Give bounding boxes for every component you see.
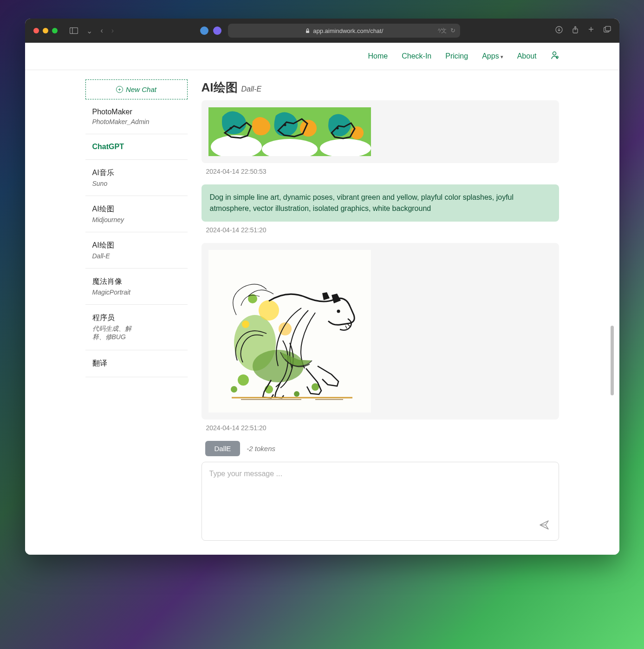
prompt-message: Dog in simple line art, dynamic poses, v… bbox=[202, 184, 559, 222]
traffic-lights bbox=[33, 28, 58, 33]
sidebar-item-programmer[interactable]: 程序员 代码生成、解释、修BUG bbox=[85, 305, 188, 350]
sidebar-item-photomaker[interactable]: PhotoMaker PhotoMaker_Admin bbox=[85, 99, 188, 134]
share-icon[interactable] bbox=[572, 26, 579, 35]
nav-apps[interactable]: Apps bbox=[482, 52, 503, 60]
forward-button: › bbox=[111, 26, 114, 35]
generated-image-2[interactable] bbox=[208, 250, 371, 413]
sidebar-chevron-icon[interactable]: ⌄ bbox=[86, 26, 92, 35]
generated-image-1[interactable] bbox=[208, 107, 371, 156]
close-window-button[interactable] bbox=[33, 28, 39, 33]
reload-icon[interactable]: ↻ bbox=[450, 27, 455, 35]
downloads-icon[interactable] bbox=[555, 26, 563, 35]
sidebar-item-sub: PhotoMaker_Admin bbox=[92, 118, 181, 125]
svg-point-27 bbox=[259, 300, 279, 321]
svg-point-21 bbox=[238, 374, 249, 386]
top-nav: Home Check-In Pricing Apps About bbox=[25, 43, 619, 70]
sidebar-item-sub: 代码生成、解释、修BUG bbox=[92, 325, 134, 341]
new-tab-icon[interactable] bbox=[588, 26, 594, 35]
plus-icon: + bbox=[116, 86, 123, 93]
send-icon[interactable] bbox=[539, 520, 549, 532]
sidebar-item-title: AI绘图 bbox=[92, 241, 181, 250]
svg-point-22 bbox=[231, 386, 237, 393]
titlebar: ⌄ ‹ › app.aimindwork.com/chat/ ᴬ⁄文 ↻ bbox=[25, 19, 619, 43]
message-image-card bbox=[202, 100, 559, 163]
sidebar-item-sub: MagicPortrait bbox=[92, 288, 181, 296]
chat-title-row: AI绘图 Dall-E bbox=[202, 79, 559, 96]
input-section: DallE -2 tokens bbox=[202, 441, 559, 541]
minimize-window-button[interactable] bbox=[43, 28, 48, 33]
sidebar-item-title: 程序员 bbox=[92, 313, 181, 323]
nav-checkin[interactable]: Check-In bbox=[402, 52, 431, 60]
browser-window: ⌄ ‹ › app.aimindwork.com/chat/ ᴬ⁄文 ↻ bbox=[25, 19, 619, 555]
nav-home[interactable]: Home bbox=[368, 52, 388, 60]
sidebar-item-ai-draw-mj[interactable]: AI绘图 Midjourney bbox=[85, 196, 188, 232]
chat-area: AI绘图 Dall-E bbox=[202, 79, 559, 541]
svg-point-24 bbox=[294, 391, 299, 397]
lock-icon bbox=[305, 28, 310, 33]
user-icon[interactable] bbox=[551, 51, 559, 61]
sidebar-item-ai-draw-dalle[interactable]: AI绘图 Dall-E bbox=[85, 232, 188, 269]
sidebar-item-sub: Suno bbox=[92, 180, 181, 187]
message-input-box bbox=[202, 462, 559, 541]
new-chat-button[interactable]: + New Chat bbox=[85, 79, 188, 99]
sidebar-item-translate[interactable]: 翻译 bbox=[85, 350, 188, 377]
sidebar: + New Chat PhotoMaker PhotoMaker_Admin C… bbox=[85, 79, 188, 541]
sidebar-item-title: PhotoMaker bbox=[92, 108, 181, 116]
url-text: app.aimindwork.com/chat/ bbox=[313, 27, 383, 34]
svg-rect-2 bbox=[306, 31, 309, 33]
sidebar-item-chatgpt[interactable]: ChatGPT bbox=[85, 134, 188, 160]
chat-subtitle: Dall-E bbox=[241, 85, 262, 93]
sidebar-item-title: ChatGPT bbox=[92, 143, 181, 151]
chat-title: AI绘图 bbox=[202, 79, 238, 96]
back-button[interactable]: ‹ bbox=[101, 26, 103, 35]
translate-icon[interactable]: ᴬ⁄文 bbox=[438, 27, 447, 35]
message-image-card bbox=[202, 243, 559, 420]
nav-pricing[interactable]: Pricing bbox=[445, 52, 468, 60]
svg-rect-6 bbox=[605, 26, 611, 31]
svg-point-30 bbox=[337, 310, 340, 313]
sidebar-toggle-icon[interactable] bbox=[70, 27, 78, 34]
extension-icon-2[interactable] bbox=[213, 26, 221, 35]
scrollbar-thumb[interactable] bbox=[611, 326, 614, 395]
sidebar-item-sub: Midjourney bbox=[92, 216, 181, 223]
svg-point-15 bbox=[284, 124, 286, 126]
maximize-window-button[interactable] bbox=[52, 28, 58, 33]
model-chip[interactable]: DallE bbox=[205, 441, 241, 456]
sidebar-item-title: 翻译 bbox=[92, 359, 181, 368]
tabs-overview-icon[interactable] bbox=[604, 26, 611, 35]
message-timestamp: 2024-04-14 22:51:20 bbox=[206, 424, 559, 432]
nav-about[interactable]: About bbox=[517, 52, 537, 60]
new-chat-label: New Chat bbox=[126, 85, 156, 93]
message-timestamp: 2024-04-14 22:51:20 bbox=[206, 226, 559, 234]
message-input[interactable] bbox=[209, 470, 551, 533]
extension-icon-1[interactable] bbox=[200, 26, 208, 35]
address-bar[interactable]: app.aimindwork.com/chat/ ᴬ⁄文 ↻ bbox=[228, 24, 460, 38]
sidebar-item-sub: Dall-E bbox=[92, 252, 181, 260]
main-area: + New Chat PhotoMaker PhotoMaker_Admin C… bbox=[25, 70, 619, 541]
sidebar-item-title: 魔法肖像 bbox=[92, 277, 181, 287]
svg-point-7 bbox=[553, 52, 556, 55]
sidebar-item-title: AI绘图 bbox=[92, 204, 181, 214]
sidebar-item-title: AI音乐 bbox=[92, 168, 181, 178]
token-info: -2 tokens bbox=[247, 445, 275, 452]
svg-point-17 bbox=[336, 127, 338, 130]
message-timestamp: 2024-04-14 22:50:53 bbox=[206, 168, 559, 175]
page-content: Home Check-In Pricing Apps About + New C… bbox=[25, 43, 619, 555]
svg-point-29 bbox=[242, 321, 249, 328]
sidebar-item-ai-music[interactable]: AI音乐 Suno bbox=[85, 160, 188, 196]
svg-rect-0 bbox=[70, 28, 78, 34]
svg-point-13 bbox=[229, 127, 232, 130]
sidebar-item-magic-portrait[interactable]: 魔法肖像 MagicPortrait bbox=[85, 269, 188, 305]
